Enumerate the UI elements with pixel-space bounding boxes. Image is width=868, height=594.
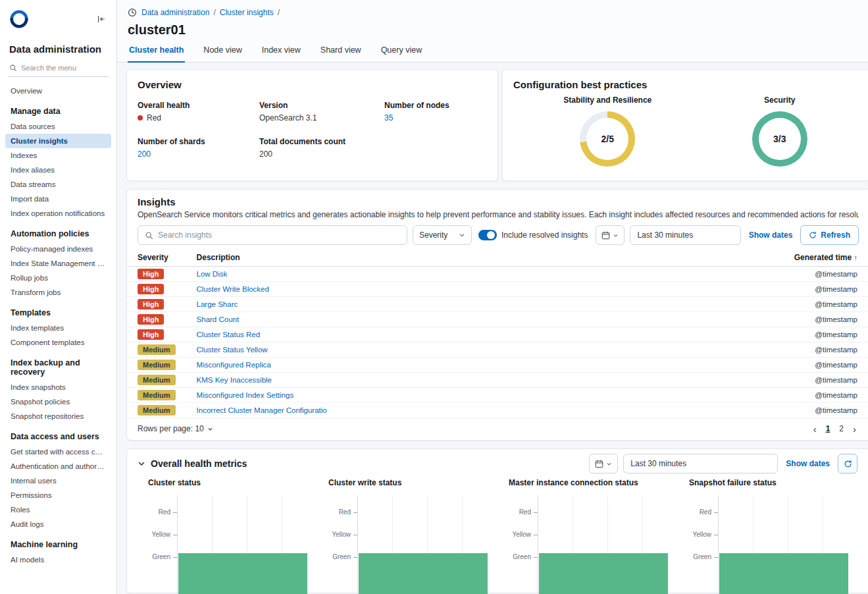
green-status-area <box>359 553 488 594</box>
calendar-icon <box>595 460 603 468</box>
tab[interactable]: Cluster health <box>128 45 185 63</box>
refresh-button[interactable]: Refresh <box>800 225 859 245</box>
generated-time-cell: @timestamp <box>756 312 868 327</box>
tab[interactable]: Index view <box>261 45 302 63</box>
previous-page-button[interactable]: ‹ <box>812 423 818 435</box>
tab[interactable]: Shard view <box>319 45 363 63</box>
chart-y-axis: Red Yellow <box>689 495 718 594</box>
overview-field-label: Number of shards <box>138 137 259 146</box>
sort-ascending-icon: ↑ <box>854 254 858 261</box>
insights-search[interactable] <box>138 225 407 245</box>
insight-link[interactable]: Cluster Write Blocked <box>197 285 269 293</box>
breadcrumb-separator: / <box>213 8 215 17</box>
sidebar-group: Automation policies Policy-managed index… <box>5 229 111 300</box>
insight-link[interactable]: Misconfigured Index Settings <box>197 391 294 399</box>
y-axis-tick: Green <box>693 553 718 561</box>
severity-badge: High <box>138 299 164 310</box>
gauge: Security 3/3 <box>752 95 807 167</box>
table-row: Medium Incorrect Cluster Manager Configu… <box>127 403 868 418</box>
sidebar-item[interactable]: Overview <box>5 84 111 98</box>
chevron-down-icon <box>207 426 213 432</box>
severity-badge: Medium <box>138 390 176 400</box>
collapse-section-icon[interactable] <box>138 460 145 468</box>
sidebar-item[interactable]: Component templates <box>5 335 111 350</box>
rows-per-page-control[interactable]: Rows per page: 10 <box>138 424 213 433</box>
sidebar-item[interactable]: Index templates <box>5 321 111 335</box>
sidebar-item[interactable]: Index snapshots <box>5 380 111 394</box>
refresh-label: Refresh <box>821 230 850 240</box>
severity-badge: High <box>138 314 164 325</box>
sidebar-item[interactable]: Get started with access control <box>5 445 111 459</box>
time-range-field[interactable]: Last 30 minutes <box>623 454 778 473</box>
column-header-description[interactable]: Description <box>186 249 756 267</box>
generated-time-cell: @timestamp <box>756 403 868 418</box>
insight-link[interactable]: Shard Count <box>197 315 240 323</box>
sidebar-item[interactable]: Authentication and authorization <box>5 459 111 473</box>
refresh-button[interactable] <box>838 454 857 473</box>
column-header-generated-time[interactable]: Generated time ↑ <box>756 249 868 267</box>
sidebar-item[interactable]: AI models <box>5 553 111 567</box>
sidebar-item[interactable]: Snapshot repositories <box>5 409 111 423</box>
tab[interactable]: Query view <box>380 45 424 63</box>
page-number-button[interactable]: 2 <box>836 423 846 435</box>
sidebar-item[interactable]: Internal users <box>5 473 111 488</box>
next-page-button[interactable]: › <box>852 423 857 435</box>
insight-link[interactable]: Cluster Status Red <box>197 331 261 338</box>
show-dates-link[interactable]: Show dates <box>786 459 830 468</box>
sidebar-item[interactable]: Index operation notifications <box>5 206 111 221</box>
sidebar-item[interactable]: Indexes <box>5 148 111 163</box>
insight-link[interactable]: Misconfigured Replica <box>197 361 271 369</box>
show-dates-link[interactable]: Show dates <box>749 230 793 240</box>
sidebar-search[interactable] <box>8 63 109 77</box>
y-axis-label: Yellow <box>512 531 531 539</box>
column-header-severity[interactable]: Severity <box>127 249 186 267</box>
severity-filter-select[interactable]: Severity <box>413 225 472 245</box>
sidebar-item[interactable]: Index State Management policies <box>5 256 111 271</box>
include-resolved-toggle[interactable] <box>478 230 497 240</box>
sidebar-group-header: Data access and users <box>11 432 106 441</box>
breadcrumb-link[interactable]: Data administration <box>141 8 209 17</box>
status-chart: Master instance connection status Red <box>498 478 668 594</box>
overview-field-value: Red <box>138 113 259 122</box>
sidebar-item[interactable]: Rollup jobs <box>5 271 111 285</box>
sidebar-group: Data access and users Get started with a… <box>5 432 111 531</box>
sidebar-item[interactable]: Transform jobs <box>5 285 111 300</box>
sidebar-search-input[interactable] <box>21 64 107 72</box>
sidebar-title: Data administration <box>9 43 107 55</box>
generated-time-cell: @timestamp <box>756 358 868 373</box>
sidebar-item[interactable]: Permissions <box>5 488 111 502</box>
sidebar-item[interactable]: Import data <box>5 192 111 206</box>
time-range-field[interactable]: Last 30 minutes <box>630 225 740 245</box>
sidebar-item[interactable]: Data streams <box>5 177 111 192</box>
insight-link[interactable]: Cluster Status Yellow <box>197 346 268 354</box>
page-number-button[interactable]: 1 <box>823 423 833 435</box>
collapse-menu-icon[interactable] <box>95 13 107 25</box>
chart-plot-area <box>177 495 307 594</box>
tab[interactable]: Node view <box>202 45 243 63</box>
y-axis-tick: Yellow <box>332 531 357 539</box>
generated-time-cell: @timestamp <box>756 267 868 282</box>
insight-link[interactable]: Large Sharc <box>197 300 238 308</box>
y-axis-tick: Yellow <box>512 531 538 539</box>
date-picker-button[interactable] <box>596 225 625 245</box>
insights-search-input[interactable] <box>158 230 400 240</box>
table-row: High Large Sharc @timestamp <box>127 297 868 312</box>
sidebar-item[interactable]: Policy-managed indexes <box>5 242 111 256</box>
sidebar-item[interactable]: Audit logs <box>5 517 111 531</box>
sidebar-item[interactable]: Cluster insights <box>5 134 111 148</box>
chevron-down-icon <box>459 232 465 238</box>
sidebar-item[interactable]: Roles <box>5 502 111 517</box>
sidebar-item[interactable]: Snapshot policies <box>5 394 111 409</box>
sidebar-item[interactable]: Data sources <box>5 119 111 134</box>
insight-link[interactable]: KMS Key Inaccessible <box>197 376 272 384</box>
insight-link[interactable]: Low Disk <box>197 270 228 278</box>
chart-title: Master instance connection status <box>509 478 668 487</box>
y-axis-label: Red <box>159 508 170 516</box>
insight-link[interactable]: Incorrect Cluster Manager Configuratio <box>197 406 327 414</box>
overview-field-value[interactable]: 35 <box>384 113 487 122</box>
date-picker-button[interactable] <box>589 454 618 473</box>
overview-field-value[interactable]: 200 <box>138 149 259 159</box>
breadcrumb-link[interactable]: Cluster insights <box>220 8 274 17</box>
sidebar-item[interactable]: Index aliases <box>5 163 111 177</box>
table-row: High Cluster Status Red @timestamp <box>127 327 868 342</box>
